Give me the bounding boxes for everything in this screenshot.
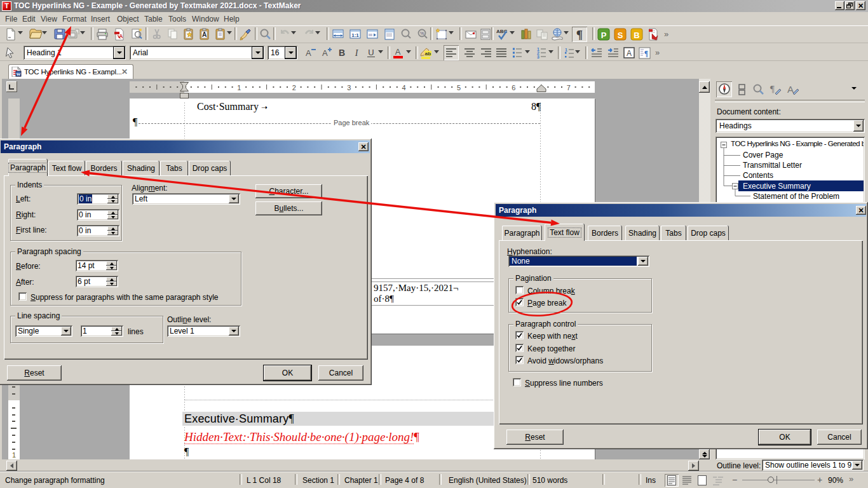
svg-text:%: % — [420, 31, 424, 36]
svg-text:A: A — [306, 48, 311, 58]
svg-text:A: A — [322, 48, 328, 58]
svg-text:7: 7 — [567, 84, 571, 92]
svg-text:»: » — [655, 48, 660, 57]
svg-text:U: U — [368, 48, 374, 57]
svg-text:1: 1 — [237, 84, 241, 92]
svg-text:S: S — [618, 30, 623, 40]
svg-text:B: B — [339, 48, 345, 58]
svg-text:I: I — [355, 48, 359, 58]
svg-text:¶: ¶ — [644, 49, 648, 58]
svg-text:1: 1 — [565, 48, 567, 52]
svg-text:»: » — [664, 29, 668, 39]
svg-text:3: 3 — [347, 84, 351, 92]
svg-text:2: 2 — [292, 84, 296, 92]
svg-text:P: P — [601, 30, 607, 40]
svg-text:A: A — [627, 49, 632, 58]
svg-text:B: B — [634, 30, 639, 40]
svg-text:5: 5 — [457, 84, 461, 92]
svg-text:1: 1 — [12, 451, 16, 459]
svg-text:A: A — [202, 31, 207, 38]
svg-text:A: A — [119, 33, 123, 39]
svg-text:3: 3 — [537, 55, 539, 59]
svg-text:¶: ¶ — [770, 84, 775, 94]
svg-text:A: A — [395, 47, 401, 57]
svg-text:A: A — [787, 84, 794, 95]
svg-text:6: 6 — [512, 84, 515, 92]
svg-text:ab: ab — [425, 51, 431, 57]
svg-text:4: 4 — [402, 84, 406, 92]
svg-text:W: W — [17, 72, 21, 77]
svg-text:1:1: 1:1 — [351, 32, 359, 38]
svg-text:¶: ¶ — [576, 28, 583, 41]
